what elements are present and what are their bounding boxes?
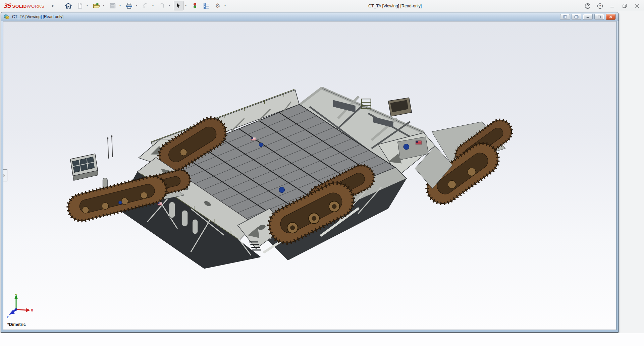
window-title: CT_TA [Viewing] [Read-only] <box>368 0 422 11</box>
brand-name-bold: SOLID <box>12 4 26 9</box>
document-display-pane-left-button[interactable] <box>560 14 570 20</box>
toolbar-select-dropdown[interactable]: ▾ <box>184 1 188 10</box>
window-controls <box>584 0 641 11</box>
save-icon <box>109 2 116 9</box>
us-flag-decal <box>416 141 421 145</box>
toolbar-open-button[interactable] <box>92 1 101 10</box>
toolbar-undo-dropdown[interactable]: ▾ <box>151 1 155 10</box>
toolbar-rebuild-traffic-light-button[interactable] <box>190 1 200 10</box>
toolbar-new-document-dropdown[interactable]: ▾ <box>86 1 89 10</box>
pane-right-icon <box>574 14 579 19</box>
redo-icon <box>158 2 166 9</box>
featuremanager-collapsed-tab[interactable] <box>3 169 7 181</box>
3ds-logo-icon: ЗS <box>3 2 11 9</box>
document-close-button[interactable] <box>606 14 615 20</box>
main-toolbar: ▾▾▾▾▾▾▾▾ <box>64 1 228 10</box>
minimize-icon <box>609 3 616 9</box>
nasa-meatball-logo <box>118 201 122 204</box>
triad-y-label: Y <box>15 294 17 297</box>
us-flag-decal <box>251 137 256 140</box>
graphics-viewport[interactable]: Y X Z *Dimetric <box>3 21 616 330</box>
traffic-light-icon <box>191 2 199 9</box>
titlebar-close-button[interactable] <box>634 3 641 9</box>
pane-left-icon <box>562 14 568 19</box>
new-document-icon <box>76 2 84 9</box>
restore-icon <box>622 3 628 9</box>
toolbar-print-button[interactable] <box>124 1 134 10</box>
home-icon <box>65 2 72 9</box>
doc-minimize-icon <box>585 14 591 19</box>
titlebar-help-button[interactable] <box>597 3 603 9</box>
toolbar-redo-button[interactable] <box>157 1 167 10</box>
toolbar-save-dropdown[interactable]: ▾ <box>118 1 122 10</box>
brand-name-light: WORKS <box>27 4 45 9</box>
document-window-buttons <box>560 14 615 20</box>
document-title: CT_TA [Viewing] [Read-only] <box>12 14 63 19</box>
select-cursor-icon <box>175 2 182 9</box>
toolbar-new-document-button[interactable] <box>75 1 85 10</box>
featuremanager-expand-knob[interactable] <box>3 174 5 177</box>
toolbar-home-button[interactable] <box>64 1 73 10</box>
toolbar-settings-dropdown[interactable]: ▾ <box>223 1 227 10</box>
user-account-icon <box>584 3 591 9</box>
titlebar-restore-button[interactable] <box>622 3 628 9</box>
nasa-meatball-logo <box>404 144 409 150</box>
triad-z-label: Z <box>7 315 9 318</box>
nasa-meatball-logo <box>259 143 263 147</box>
app-titlebar: ЗS SOLID WORKS ▶ ▾▾▾▾▾▾▾▾ CT_TA [Viewing… <box>0 0 644 11</box>
us-flag-decal <box>158 202 162 205</box>
menu-expand-arrow-icon[interactable]: ▶ <box>52 4 54 7</box>
toolbar-task-list-button[interactable] <box>202 1 211 10</box>
document-window: CT_TA [Viewing] [Read-only] <box>1 12 619 333</box>
solidworks-app: { "app": { "window_title": "CT_TA [Viewi… <box>0 0 644 346</box>
task-list-icon <box>203 2 210 9</box>
view-orientation-label: *Dimetric <box>7 322 26 327</box>
crawler-transporter-model[interactable] <box>3 21 616 330</box>
reference-triad: Y X Z <box>6 293 34 318</box>
document-display-pane-right-button[interactable] <box>572 14 581 20</box>
toolbar-select-button[interactable] <box>174 1 183 10</box>
open-folder-icon <box>93 2 100 9</box>
document-minimize-button[interactable] <box>583 14 593 20</box>
triad-x-label: X <box>31 308 33 312</box>
gear-icon <box>214 2 221 9</box>
nasa-meatball-logo <box>279 187 285 193</box>
doc-restore-icon <box>596 14 602 19</box>
toolbar-open-dropdown[interactable]: ▾ <box>102 1 106 10</box>
undo-icon <box>142 2 149 9</box>
titlebar-user-account-button[interactable] <box>584 3 591 9</box>
toolbar-redo-dropdown[interactable]: ▾ <box>168 1 171 10</box>
assembly-document-icon <box>3 13 10 20</box>
document-titlebar[interactable]: CT_TA [Viewing] [Read-only] <box>1 12 619 21</box>
toolbar-save-button[interactable] <box>108 1 118 10</box>
doc-close-icon <box>608 14 613 19</box>
toolbar-undo-button[interactable] <box>141 1 151 10</box>
close-icon <box>634 3 641 9</box>
toolbar-settings-button[interactable] <box>213 1 223 10</box>
titlebar-minimize-button[interactable] <box>609 3 616 9</box>
print-icon <box>125 2 133 9</box>
toolbar-print-dropdown[interactable]: ▾ <box>135 1 139 10</box>
help-icon <box>597 3 603 9</box>
solidworks-logo: ЗS SOLID WORKS <box>3 2 45 9</box>
app-background-strip <box>0 333 644 346</box>
document-restore-button[interactable] <box>594 14 604 20</box>
